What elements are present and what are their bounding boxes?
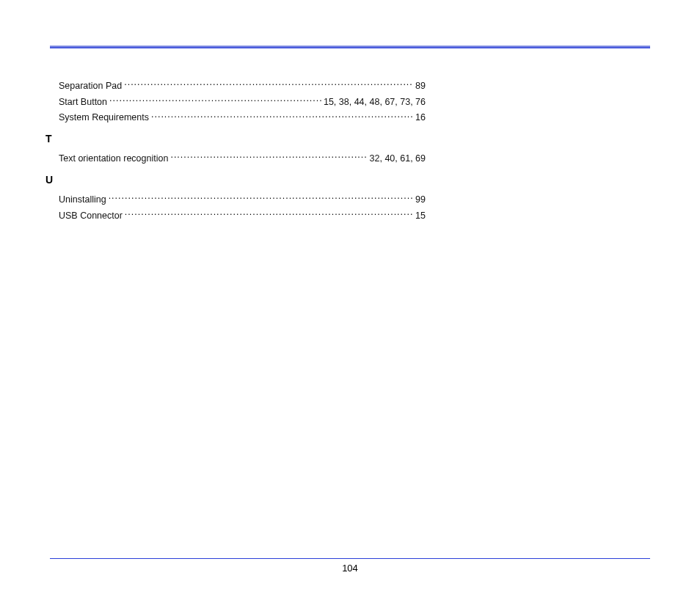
page-ref[interactable]: 76 bbox=[415, 97, 426, 107]
index-row: USB Connector 15 bbox=[59, 206, 426, 222]
index-pages: 16 bbox=[415, 111, 426, 124]
page-ref[interactable]: 48 bbox=[370, 97, 380, 107]
page-ref[interactable]: 73 bbox=[400, 97, 410, 107]
leader-dots bbox=[170, 149, 367, 165]
section-letter-u: U bbox=[45, 174, 426, 186]
page-number: 104 bbox=[0, 563, 700, 574]
leader-dots bbox=[124, 76, 413, 92]
section-letter-t: T bbox=[45, 133, 426, 144]
page-ref[interactable]: 15 bbox=[324, 97, 334, 107]
index-label: USB Connector bbox=[59, 210, 123, 222]
index-row: Text orientation recognition 32, 40, 61,… bbox=[59, 149, 426, 165]
index-content: Separation Pad 89 Start Button 15, 38, 4… bbox=[59, 76, 426, 222]
leader-dots bbox=[151, 109, 413, 125]
index-row: Uninstalling 99 bbox=[59, 190, 426, 206]
index-label: Separation Pad bbox=[59, 80, 122, 92]
page-ref[interactable]: 67 bbox=[384, 97, 395, 107]
page-ref[interactable]: 69 bbox=[415, 153, 426, 164]
index-row: Start Button 15, 38, 44, 48, 67, 73, 76 bbox=[59, 92, 426, 109]
index-pages: 99 bbox=[415, 194, 426, 206]
page-ref[interactable]: 15 bbox=[415, 211, 426, 221]
index-pages: 15 bbox=[415, 210, 426, 222]
index-label: Uninstalling bbox=[59, 194, 106, 206]
page-ref[interactable]: 32 bbox=[370, 153, 380, 164]
index-label: Text orientation recognition bbox=[59, 153, 168, 165]
page-ref[interactable]: 38 bbox=[339, 97, 349, 107]
index-pages: 89 bbox=[415, 80, 426, 92]
top-rule bbox=[50, 45, 650, 48]
index-pages: 15, 38, 44, 48, 67, 73, 76 bbox=[324, 96, 426, 109]
page-ref[interactable]: 99 bbox=[415, 194, 426, 205]
index-label: System Requirements bbox=[59, 111, 149, 124]
page-container: Separation Pad 89 Start Button 15, 38, 4… bbox=[0, 0, 700, 600]
page-ref[interactable]: 16 bbox=[415, 112, 426, 122]
page-ref[interactable]: 44 bbox=[354, 97, 365, 107]
leader-dots bbox=[109, 190, 413, 206]
index-row: Separation Pad 89 bbox=[59, 76, 426, 92]
index-pages: 32, 40, 61, 69 bbox=[370, 153, 426, 165]
bottom-rule bbox=[50, 558, 650, 559]
index-label: Start Button bbox=[59, 96, 107, 109]
page-ref[interactable]: 89 bbox=[415, 81, 426, 91]
index-row: System Requirements 16 bbox=[59, 109, 426, 125]
leader-dots bbox=[109, 92, 321, 109]
page-ref[interactable]: 61 bbox=[400, 153, 410, 164]
page-ref[interactable]: 40 bbox=[384, 153, 395, 164]
leader-dots bbox=[125, 206, 413, 222]
